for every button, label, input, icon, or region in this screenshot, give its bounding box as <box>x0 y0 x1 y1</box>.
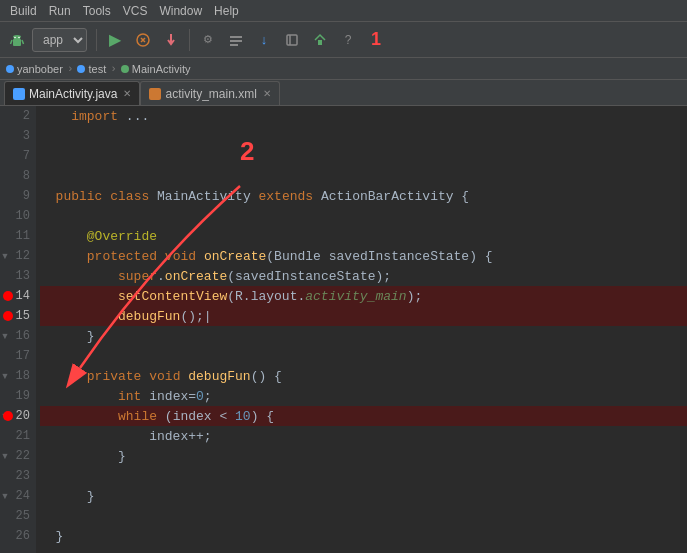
line-number-14: 14 <box>0 286 36 306</box>
fold-icon-16[interactable]: ▼ <box>0 331 10 341</box>
code-line-12: protected void onCreate(Bundle savedInst… <box>40 246 687 266</box>
code-line-3 <box>40 126 687 146</box>
line-number-24: ▼24 <box>0 486 36 506</box>
line-number-23: 23 <box>0 466 36 486</box>
svg-point-2 <box>18 36 20 38</box>
dot-icon <box>6 65 14 73</box>
code-content: import ... public class MainActivity ext… <box>36 106 687 553</box>
code-line-21: index++; <box>40 426 687 446</box>
line-number-19: 19 <box>0 386 36 406</box>
breadcrumb-sep-1: › <box>67 63 74 75</box>
breadcrumb-yanbober[interactable]: yanbober <box>6 63 63 75</box>
app-selector[interactable]: app <box>32 28 87 52</box>
code-line-13: super.onCreate(savedInstanceState); <box>40 266 687 286</box>
toolbar-btn-3[interactable]: ⚙ <box>195 27 221 53</box>
code-line-16: } <box>40 326 687 346</box>
breadcrumb-test[interactable]: test <box>77 63 106 75</box>
code-line-11: @Override <box>40 226 687 246</box>
svg-line-3 <box>11 40 13 44</box>
step-over-button[interactable] <box>158 27 184 53</box>
java-file-icon <box>13 88 25 100</box>
line-number-18: ▼18 <box>0 366 36 386</box>
tab-close-btn[interactable]: ✕ <box>123 88 131 99</box>
code-line-14: setContentView(R.layout.activity_main); <box>40 286 687 306</box>
menu-build[interactable]: Build <box>4 4 43 18</box>
svg-point-1 <box>14 36 16 38</box>
separator-1 <box>96 29 97 51</box>
tab-close-btn-2[interactable]: ✕ <box>263 88 271 99</box>
file-tabs: MainActivity.java ✕ activity_main.xml ✕ <box>0 80 687 106</box>
line-number-7: 7 <box>0 146 36 166</box>
toolbar-number-badge: 1 <box>371 29 381 50</box>
code-line-10 <box>40 206 687 226</box>
svg-line-4 <box>22 40 24 44</box>
tab-mainactivity-java[interactable]: MainActivity.java ✕ <box>4 81 140 105</box>
code-line-9: public class MainActivity extends Action… <box>40 186 687 206</box>
line-number-22: ▼22 <box>0 446 36 466</box>
breakpoint-14[interactable] <box>3 291 13 301</box>
run-button[interactable]: ▶ <box>102 27 128 53</box>
fold-icon-18[interactable]: ▼ <box>0 371 10 381</box>
line-number-2: 2 <box>0 106 36 126</box>
svg-rect-9 <box>287 35 297 45</box>
code-line-15: debugFun();| <box>40 306 687 326</box>
breadcrumb-bar: yanbober › test › MainActivity <box>0 58 687 80</box>
menu-tools[interactable]: Tools <box>77 4 117 18</box>
menu-bar: Build Run Tools VCS Window Help <box>0 0 687 22</box>
breakpoint-15[interactable] <box>3 311 13 321</box>
separator-2 <box>189 29 190 51</box>
line-number-9: 9 <box>0 186 36 206</box>
breakpoint-20[interactable] <box>3 411 13 421</box>
code-line-18: private void debugFun() { <box>40 366 687 386</box>
line-number-16: ▼16 <box>0 326 36 346</box>
line-number-10: 10 <box>0 206 36 226</box>
editor-area: 237891011▼12131415▼1617▼1819▼2021▼2223▼2… <box>0 106 687 553</box>
code-line-24: } <box>40 486 687 506</box>
code-line-26: } <box>40 526 687 546</box>
menu-window[interactable]: Window <box>153 4 208 18</box>
menu-help[interactable]: Help <box>208 4 245 18</box>
fold-icon-24[interactable]: ▼ <box>0 491 10 501</box>
svg-rect-7 <box>230 40 242 42</box>
tab-label-2: activity_main.xml <box>165 87 256 101</box>
line-number-21: 21 <box>0 426 36 446</box>
line-number-17: 17 <box>0 346 36 366</box>
code-line-25 <box>40 506 687 526</box>
toolbar-btn-4[interactable] <box>223 27 249 53</box>
line-number-20: ▼20 <box>0 406 36 426</box>
line-number-15: 15 <box>0 306 36 326</box>
fold-icon-22[interactable]: ▼ <box>0 451 10 461</box>
toolbar-btn-6[interactable] <box>279 27 305 53</box>
line-number-3: 3 <box>0 126 36 146</box>
code-line-8 <box>40 166 687 186</box>
toolbar-btn-8[interactable]: ? <box>335 27 361 53</box>
toolbar-btn-7[interactable] <box>307 27 333 53</box>
code-line-23 <box>40 466 687 486</box>
menu-run[interactable]: Run <box>43 4 77 18</box>
tab-activity-main-xml[interactable]: activity_main.xml ✕ <box>140 81 279 105</box>
debug-button[interactable] <box>130 27 156 53</box>
code-line-20: while (index < 10) { <box>40 406 687 426</box>
code-line-22: } <box>40 446 687 466</box>
xml-file-icon <box>149 88 161 100</box>
line-number-26: 26 <box>0 526 36 546</box>
svg-rect-8 <box>230 44 238 46</box>
svg-rect-0 <box>13 39 21 46</box>
code-line-19: int index=0; <box>40 386 687 406</box>
line-number-25: 25 <box>0 506 36 526</box>
breadcrumb-sep-2: › <box>110 63 117 75</box>
dot-icon-2 <box>77 65 85 73</box>
svg-rect-11 <box>318 40 322 45</box>
line-number-13: 13 <box>0 266 36 286</box>
code-line-7 <box>40 146 687 166</box>
svg-rect-6 <box>230 36 242 38</box>
code-line-2: import ... <box>40 106 687 126</box>
line-number-12: ▼12 <box>0 246 36 266</box>
android-icon-btn[interactable] <box>4 27 30 53</box>
line-gutter: 237891011▼12131415▼1617▼1819▼2021▼2223▼2… <box>0 106 36 553</box>
fold-icon-12[interactable]: ▼ <box>0 251 10 261</box>
breadcrumb-mainactivity[interactable]: MainActivity <box>121 63 191 75</box>
menu-vcs[interactable]: VCS <box>117 4 154 18</box>
dot-icon-3 <box>121 65 129 73</box>
toolbar-btn-5[interactable]: ↓ <box>251 27 277 53</box>
